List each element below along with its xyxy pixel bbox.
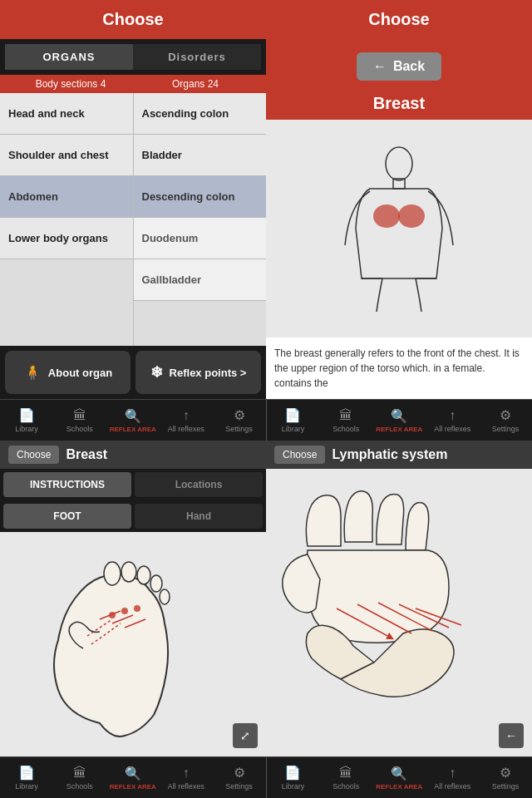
hand-tab[interactable]: Hand (135, 504, 263, 529)
instructions-tabs: INSTRUCTIONS Locations (0, 469, 266, 500)
library-icon-left: 📄 (18, 407, 35, 423)
allreflexes-icon-right: ↑ (449, 408, 456, 423)
expand-button[interactable]: ⤢ (233, 723, 258, 748)
organ-ascending-colon[interactable]: Ascending colon (134, 93, 267, 135)
bottom-settings-icon-left: ⚙ (234, 765, 245, 781)
nav-allreflexes-label-left: All reflexes (168, 425, 204, 433)
bottom-right-header: Choose Lymphatic system (266, 441, 532, 469)
organ-grid: Head and neck Shoulder and chest Abdomen… (0, 93, 266, 346)
organ-head-neck[interactable]: Head and neck (0, 93, 133, 135)
left-panel-header: Choose (0, 0, 266, 39)
organ-abdomen[interactable]: Abdomen (0, 176, 133, 218)
nav-schools-left[interactable]: 🏛 Schools (53, 400, 106, 441)
nav-settings-right[interactable]: ⚙ Settings (479, 400, 532, 441)
back-label: Back (393, 59, 425, 74)
bottom-nav-allreflexes-left[interactable]: ↑ All reflexes (160, 757, 213, 798)
locations-tab[interactable]: Locations (135, 472, 263, 497)
nav-schools-label-right: Schools (332, 425, 359, 433)
bottom-left-header: Choose Breast (0, 441, 266, 469)
bottom-settings-label-left: Settings (225, 782, 253, 791)
right-panel-header: Choose (266, 0, 532, 39)
nav-library-label-right: Library (282, 425, 305, 433)
svg-point-4 (104, 562, 121, 585)
nav-library-left[interactable]: 📄 Library (0, 400, 53, 441)
organ-gallbladder[interactable]: Gallbladder (134, 259, 267, 301)
bottom-reflex-icon-right: 🔍 (391, 766, 407, 781)
disorders-tab[interactable]: Disorders (133, 44, 261, 70)
bottom-library-label-left: Library (15, 782, 38, 791)
body-outline-svg (332, 145, 466, 312)
nav-reflex-label-right: REFLEX AREA (376, 426, 422, 433)
back-button[interactable]: ← Back (357, 52, 441, 81)
instructions-tab[interactable]: INSTRUCTIONS (3, 472, 131, 497)
bottom-allreflexes-label-left: All reflexes (168, 782, 204, 791)
organs-count: Organs 24 (133, 78, 258, 90)
right-info-panel: Choose ← Back Breast (266, 0, 532, 399)
bottom-allreflexes-label-right: All reflexes (434, 782, 470, 791)
svg-point-13 (121, 608, 128, 614)
bottom-allreflexes-icon-left: ↑ (183, 766, 190, 781)
organ-shoulder-chest[interactable]: Shoulder and chest (0, 135, 133, 176)
svg-point-8 (160, 589, 170, 604)
bottom-schools-icon-right: 🏛 (339, 766, 352, 781)
bottom-right-nav-items: 📄 Library 🏛 Schools 🔍 REFLEX AREA ↑ All … (267, 757, 533, 798)
foot-hand-tabs: FOOT Hand (0, 500, 266, 532)
hand-reflex-image: ← (266, 469, 532, 756)
svg-point-3 (398, 204, 425, 228)
organ-duodenum[interactable]: Duodenum (134, 218, 267, 259)
bottom-nav-library-right[interactable]: 📄 Library (267, 757, 320, 798)
count-row: Body sections 4 Organs 24 (0, 75, 266, 93)
nav-allreflexes-label-right: All reflexes (434, 425, 470, 433)
organ-description: The breast generally refers to the front… (266, 337, 532, 399)
bottom-left-nav-items: 📄 Library 🏛 Schools 🔍 REFLEX AREA ↑ All … (0, 757, 266, 798)
svg-point-12 (109, 612, 116, 618)
bottom-schools-label-right: Schools (332, 782, 359, 791)
lymphatic-choose-button[interactable]: Choose (274, 446, 325, 464)
bottom-nav-schools-left[interactable]: 🏛 Schools (53, 757, 106, 798)
about-organ-label: About organ (48, 367, 112, 379)
nav-settings-label-right: Settings (492, 425, 520, 433)
nav-allreflexes-right[interactable]: ↑ All reflexes (426, 400, 479, 441)
body-sections-count: Body sections 4 (8, 78, 133, 90)
bottom-nav-library-left[interactable]: 📄 Library (0, 757, 53, 798)
nav-reflex-left[interactable]: 🔍 REFLEX AREA (106, 400, 160, 441)
bottom-nav-reflex-right[interactable]: 🔍 REFLEX AREA (372, 757, 426, 798)
nav-reflex-right[interactable]: 🔍 REFLEX AREA (372, 400, 426, 441)
about-organ-button[interactable]: 🧍 About organ (5, 351, 131, 394)
reflex-points-button[interactable]: ❄ Reflex points > (135, 351, 261, 394)
bottom-nav-reflex-left[interactable]: 🔍 REFLEX AREA (106, 757, 160, 798)
organ-disorder-tabs: ORGANS Disorders (0, 39, 266, 75)
bottom-nav-schools-right[interactable]: 🏛 Schools (319, 757, 372, 798)
bottom-nav-bar: 📄 Library 🏛 Schools 🔍 REFLEX AREA ↑ All … (0, 756, 532, 798)
bottom-settings-icon-right: ⚙ (500, 765, 511, 781)
reflex-icon-left: 🔍 (125, 408, 141, 424)
nav-library-right[interactable]: 📄 Library (267, 400, 320, 441)
library-icon-right: 📄 (284, 407, 301, 423)
svg-point-5 (121, 562, 136, 582)
bottom-nav-settings-right[interactable]: ⚙ Settings (479, 757, 532, 798)
nav-schools-right[interactable]: 🏛 Schools (319, 400, 372, 441)
nav-settings-left[interactable]: ⚙ Settings (213, 400, 266, 441)
back-small-button[interactable]: ← (499, 723, 524, 748)
bottom-nav-allreflexes-right[interactable]: ↑ All reflexes (426, 757, 479, 798)
breast-choose-button[interactable]: Choose (8, 446, 59, 464)
bottom-right-panel: Choose Lymphatic system (266, 441, 532, 756)
bottom-reflex-label-left: REFLEX AREA (110, 783, 156, 791)
organ-lower-body[interactable]: Lower body organs (0, 218, 133, 259)
snowflake-icon: ❄ (150, 363, 163, 382)
left-organ-col: Head and neck Shoulder and chest Abdomen… (0, 93, 134, 346)
svg-point-7 (150, 575, 162, 592)
foot-tab[interactable]: FOOT (3, 504, 131, 529)
settings-icon-left: ⚙ (234, 407, 245, 423)
bottom-library-icon-right: 📄 (284, 765, 301, 781)
bottom-library-icon-left: 📄 (18, 765, 35, 781)
top-nav-bar: 📄 Library 🏛 Schools 🔍 REFLEX AREA ↑ All … (0, 399, 532, 441)
schools-icon-right: 🏛 (339, 408, 352, 423)
organs-tab[interactable]: ORGANS (5, 44, 133, 70)
bottom-nav-settings-left[interactable]: ⚙ Settings (213, 757, 266, 798)
organ-descending-colon[interactable]: Descending colon (134, 176, 267, 218)
organ-bladder[interactable]: Bladder (134, 135, 267, 176)
allreflexes-icon-left: ↑ (183, 408, 190, 423)
nav-allreflexes-left[interactable]: ↑ All reflexes (160, 400, 213, 441)
left-choose-panel: Choose ORGANS Disorders Body sections 4 … (0, 0, 266, 399)
